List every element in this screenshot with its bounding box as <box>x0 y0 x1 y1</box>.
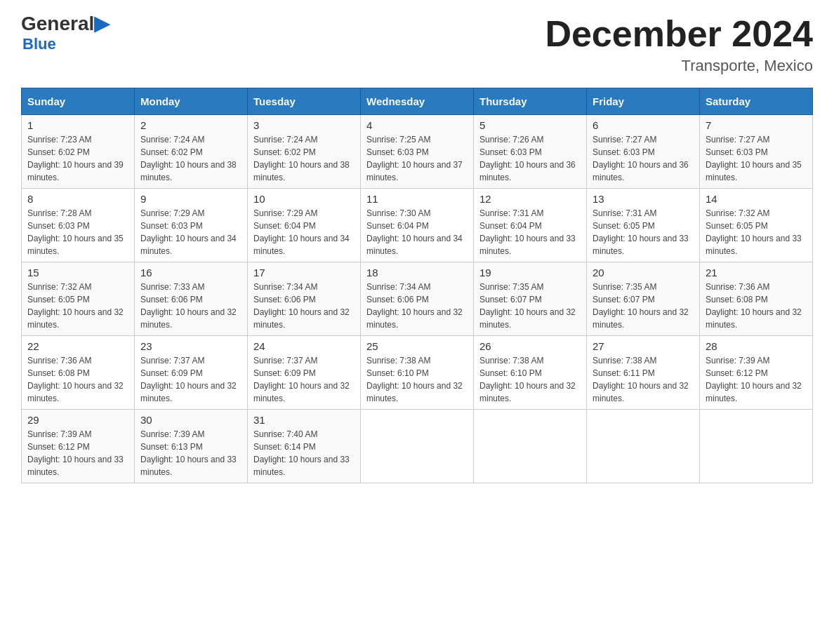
calendar-cell: 26Sunrise: 7:38 AMSunset: 6:10 PMDayligh… <box>474 336 587 410</box>
day-info: Sunrise: 7:29 AMSunset: 6:03 PMDaylight:… <box>140 207 241 257</box>
day-info: Sunrise: 7:38 AMSunset: 6:10 PMDaylight:… <box>366 354 468 405</box>
day-number: 19 <box>479 267 581 279</box>
day-number: 6 <box>593 119 694 131</box>
day-number: 12 <box>479 193 581 205</box>
day-info: Sunrise: 7:32 AMSunset: 6:05 PMDaylight:… <box>27 281 128 331</box>
logo-arrow-shape: ▶ <box>94 14 110 34</box>
calendar-week-row: 8Sunrise: 7:28 AMSunset: 6:03 PMDaylight… <box>22 189 813 262</box>
day-number: 5 <box>479 119 581 131</box>
calendar-cell: 17Sunrise: 7:34 AMSunset: 6:06 PMDayligh… <box>248 262 361 336</box>
day-info: Sunrise: 7:34 AMSunset: 6:06 PMDaylight:… <box>366 281 468 331</box>
header-tuesday: Tuesday <box>248 88 361 115</box>
calendar-week-row: 22Sunrise: 7:36 AMSunset: 6:08 PMDayligh… <box>22 336 813 410</box>
day-number: 21 <box>706 267 807 279</box>
calendar-cell: 14Sunrise: 7:32 AMSunset: 6:05 PMDayligh… <box>700 189 813 262</box>
day-number: 11 <box>366 193 468 205</box>
calendar-cell <box>361 410 474 483</box>
day-number: 25 <box>366 340 468 352</box>
calendar-week-row: 1Sunrise: 7:23 AMSunset: 6:02 PMDaylight… <box>22 115 813 189</box>
day-info: Sunrise: 7:29 AMSunset: 6:04 PMDaylight:… <box>253 207 355 257</box>
day-number: 16 <box>140 267 241 279</box>
day-number: 27 <box>593 340 694 352</box>
day-info: Sunrise: 7:32 AMSunset: 6:05 PMDaylight:… <box>706 207 807 257</box>
day-info: Sunrise: 7:35 AMSunset: 6:07 PMDaylight:… <box>593 281 694 331</box>
calendar-cell: 16Sunrise: 7:33 AMSunset: 6:06 PMDayligh… <box>135 262 248 336</box>
day-info: Sunrise: 7:30 AMSunset: 6:04 PMDaylight:… <box>366 207 468 257</box>
day-number: 31 <box>253 414 355 426</box>
header-thursday: Thursday <box>474 88 587 115</box>
day-info: Sunrise: 7:23 AMSunset: 6:02 PMDaylight:… <box>27 133 128 184</box>
calendar-cell: 19Sunrise: 7:35 AMSunset: 6:07 PMDayligh… <box>474 262 587 336</box>
calendar-cell: 31Sunrise: 7:40 AMSunset: 6:14 PMDayligh… <box>248 410 361 483</box>
calendar-cell: 23Sunrise: 7:37 AMSunset: 6:09 PMDayligh… <box>135 336 248 410</box>
header-friday: Friday <box>587 88 700 115</box>
day-info: Sunrise: 7:38 AMSunset: 6:10 PMDaylight:… <box>479 354 581 405</box>
day-number: 17 <box>253 267 355 279</box>
calendar-cell: 30Sunrise: 7:39 AMSunset: 6:13 PMDayligh… <box>135 410 248 483</box>
day-number: 18 <box>366 267 468 279</box>
calendar-header-row: SundayMondayTuesdayWednesdayThursdayFrid… <box>22 88 813 115</box>
day-number: 7 <box>706 119 807 131</box>
day-info: Sunrise: 7:34 AMSunset: 6:06 PMDaylight:… <box>253 281 355 331</box>
day-info: Sunrise: 7:24 AMSunset: 6:02 PMDaylight:… <box>140 133 241 184</box>
calendar-cell: 13Sunrise: 7:31 AMSunset: 6:05 PMDayligh… <box>587 189 700 262</box>
day-info: Sunrise: 7:37 AMSunset: 6:09 PMDaylight:… <box>140 354 241 405</box>
day-number: 24 <box>253 340 355 352</box>
day-info: Sunrise: 7:24 AMSunset: 6:02 PMDaylight:… <box>253 133 355 184</box>
logo: General▶ Blue <box>21 14 110 53</box>
calendar-title-area: December 2024 Transporte, Mexico <box>545 14 813 75</box>
day-number: 1 <box>27 119 128 131</box>
day-number: 8 <box>27 193 128 205</box>
calendar-cell: 7Sunrise: 7:27 AMSunset: 6:03 PMDaylight… <box>700 115 813 189</box>
day-info: Sunrise: 7:27 AMSunset: 6:03 PMDaylight:… <box>706 133 807 184</box>
day-info: Sunrise: 7:38 AMSunset: 6:11 PMDaylight:… <box>593 354 694 405</box>
calendar-cell: 5Sunrise: 7:26 AMSunset: 6:03 PMDaylight… <box>474 115 587 189</box>
calendar-cell: 9Sunrise: 7:29 AMSunset: 6:03 PMDaylight… <box>135 189 248 262</box>
day-number: 3 <box>253 119 355 131</box>
calendar-week-row: 15Sunrise: 7:32 AMSunset: 6:05 PMDayligh… <box>22 262 813 336</box>
day-number: 30 <box>140 414 241 426</box>
calendar-cell: 6Sunrise: 7:27 AMSunset: 6:03 PMDaylight… <box>587 115 700 189</box>
day-info: Sunrise: 7:39 AMSunset: 6:12 PMDaylight:… <box>27 428 128 478</box>
header-monday: Monday <box>135 88 248 115</box>
day-number: 4 <box>366 119 468 131</box>
day-number: 23 <box>140 340 241 352</box>
header-wednesday: Wednesday <box>361 88 474 115</box>
day-number: 28 <box>706 340 807 352</box>
day-info: Sunrise: 7:37 AMSunset: 6:09 PMDaylight:… <box>253 354 355 405</box>
calendar-cell: 4Sunrise: 7:25 AMSunset: 6:03 PMDaylight… <box>361 115 474 189</box>
day-number: 13 <box>593 193 694 205</box>
day-info: Sunrise: 7:31 AMSunset: 6:05 PMDaylight:… <box>593 207 694 257</box>
header-sunday: Sunday <box>22 88 135 115</box>
day-info: Sunrise: 7:25 AMSunset: 6:03 PMDaylight:… <box>366 133 468 184</box>
day-number: 20 <box>593 267 694 279</box>
calendar-cell: 22Sunrise: 7:36 AMSunset: 6:08 PMDayligh… <box>22 336 135 410</box>
calendar-cell: 21Sunrise: 7:36 AMSunset: 6:08 PMDayligh… <box>700 262 813 336</box>
day-info: Sunrise: 7:28 AMSunset: 6:03 PMDaylight:… <box>27 207 128 257</box>
calendar-cell: 24Sunrise: 7:37 AMSunset: 6:09 PMDayligh… <box>248 336 361 410</box>
calendar-cell <box>587 410 700 483</box>
day-info: Sunrise: 7:26 AMSunset: 6:03 PMDaylight:… <box>479 133 581 184</box>
day-number: 10 <box>253 193 355 205</box>
calendar-cell: 15Sunrise: 7:32 AMSunset: 6:05 PMDayligh… <box>22 262 135 336</box>
calendar-cell <box>700 410 813 483</box>
day-info: Sunrise: 7:36 AMSunset: 6:08 PMDaylight:… <box>27 354 128 405</box>
logo-general-text: General <box>21 14 94 34</box>
day-number: 22 <box>27 340 128 352</box>
day-info: Sunrise: 7:40 AMSunset: 6:14 PMDaylight:… <box>253 428 355 478</box>
page-header: General▶ Blue December 2024 Transporte, … <box>21 14 813 75</box>
calendar-cell: 20Sunrise: 7:35 AMSunset: 6:07 PMDayligh… <box>587 262 700 336</box>
calendar-cell: 8Sunrise: 7:28 AMSunset: 6:03 PMDaylight… <box>22 189 135 262</box>
day-number: 9 <box>140 193 241 205</box>
calendar-cell <box>474 410 587 483</box>
day-info: Sunrise: 7:39 AMSunset: 6:13 PMDaylight:… <box>140 428 241 478</box>
day-info: Sunrise: 7:36 AMSunset: 6:08 PMDaylight:… <box>706 281 807 331</box>
calendar-table: SundayMondayTuesdayWednesdayThursdayFrid… <box>21 88 813 483</box>
calendar-cell: 3Sunrise: 7:24 AMSunset: 6:02 PMDaylight… <box>248 115 361 189</box>
day-info: Sunrise: 7:35 AMSunset: 6:07 PMDaylight:… <box>479 281 581 331</box>
logo-blue-text: Blue <box>22 35 56 53</box>
calendar-cell: 12Sunrise: 7:31 AMSunset: 6:04 PMDayligh… <box>474 189 587 262</box>
day-number: 2 <box>140 119 241 131</box>
day-info: Sunrise: 7:31 AMSunset: 6:04 PMDaylight:… <box>479 207 581 257</box>
calendar-cell: 1Sunrise: 7:23 AMSunset: 6:02 PMDaylight… <box>22 115 135 189</box>
